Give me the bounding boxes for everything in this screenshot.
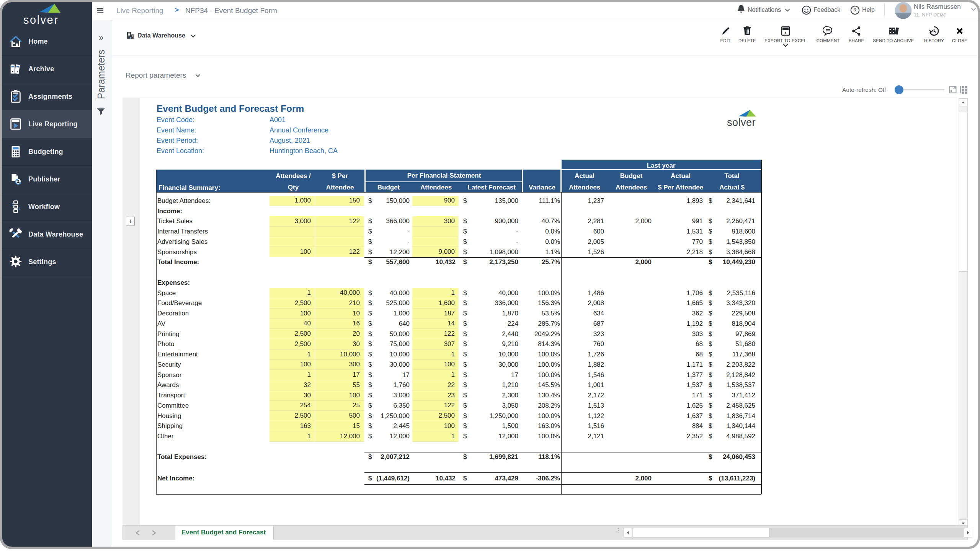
svg-text:solver: solver <box>23 14 59 26</box>
svg-text:x: x <box>784 31 787 35</box>
svg-text:solver: solver <box>727 117 756 127</box>
svg-text:?: ? <box>853 7 857 13</box>
